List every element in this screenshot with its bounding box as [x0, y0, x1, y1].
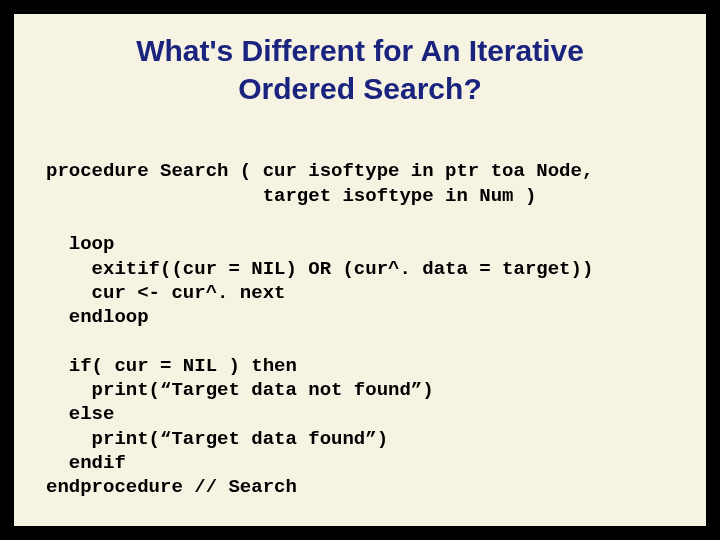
code-line: procedure Search ( cur isoftype in ptr t…: [46, 160, 593, 182]
code-line: endprocedure // Search: [46, 476, 297, 498]
code-line: print(“Target data found”): [46, 428, 388, 450]
code-line: endloop: [46, 306, 149, 328]
code-block: procedure Search ( cur isoftype in ptr t…: [46, 135, 674, 500]
title-line-2: Ordered Search?: [238, 72, 481, 105]
code-line: exitif((cur = NIL) OR (cur^. data = targ…: [46, 258, 593, 280]
code-line: endif: [46, 452, 126, 474]
code-line: cur <- cur^. next: [46, 282, 285, 304]
title-line-1: What's Different for An Iterative: [136, 34, 584, 67]
code-line: if( cur = NIL ) then: [46, 355, 297, 377]
code-line: else: [46, 403, 114, 425]
code-line: loop: [46, 233, 114, 255]
code-line: target isoftype in Num ): [46, 185, 536, 207]
code-line: print(“Target data not found”): [46, 379, 434, 401]
slide-title: What's Different for An Iterative Ordere…: [46, 32, 674, 107]
slide: What's Different for An Iterative Ordere…: [14, 14, 706, 526]
